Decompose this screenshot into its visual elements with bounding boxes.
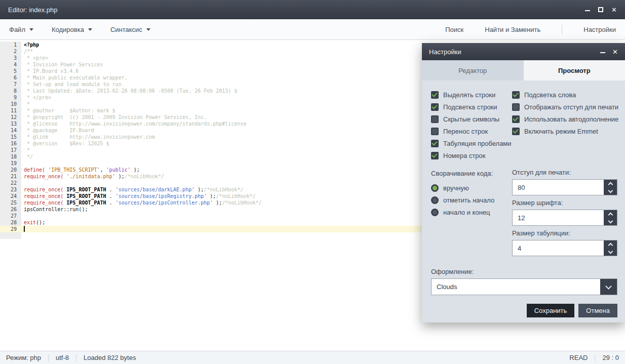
- spin-down-icon[interactable]: [604, 248, 617, 256]
- font-size-field: Размер шрифта: 12: [512, 199, 617, 226]
- line-number: 20: [0, 167, 21, 173]
- checkbox-item[interactable]: Подсветка строки: [431, 101, 512, 113]
- checkbox-column-left: Выделять строкиПодсветка строкиСкрытые с…: [431, 89, 512, 161]
- font-size-stepper: [604, 210, 617, 225]
- status-divider: [595, 354, 595, 361]
- print-margin-label: Отступ для печати:: [512, 169, 617, 177]
- tab-size-field: Размер табуляции: 4: [512, 229, 617, 256]
- checkbox-item[interactable]: Номера строк: [431, 149, 512, 161]
- dialog-close-icon[interactable]: ✕: [612, 49, 618, 55]
- checkbox-label: Табуляция пробелами: [443, 140, 512, 147]
- radio-option[interactable]: вручную: [431, 182, 494, 194]
- tab-size-input[interactable]: 4: [512, 240, 617, 256]
- chevron-down-icon: [88, 28, 92, 31]
- status-encoding: utf-8: [56, 354, 69, 361]
- menu-search[interactable]: Поиск: [445, 26, 463, 33]
- line-number: 25: [0, 199, 21, 206]
- radio-option[interactable]: начало и конец: [431, 206, 494, 218]
- print-margin-input[interactable]: 80: [512, 179, 617, 195]
- line-number: 1: [0, 42, 21, 48]
- line-number: 28: [0, 219, 21, 226]
- checkbox-column-right: Подсветка словаОтображать отступ для печ…: [512, 89, 618, 137]
- line-number: 7: [0, 81, 21, 88]
- line-number: 24: [0, 193, 21, 199]
- menubar-right: Поиск Найти и Заменить Настройки: [424, 25, 616, 34]
- cancel-button[interactable]: Отмена: [578, 304, 617, 317]
- radio-label: отметить начало: [443, 196, 494, 204]
- checkbox-unchecked-icon: [512, 103, 520, 111]
- checkbox-checked-icon: [512, 115, 520, 123]
- font-size-input[interactable]: 12: [512, 210, 617, 226]
- maximize-icon[interactable]: [598, 7, 603, 12]
- radio-unselected-icon: [431, 196, 439, 204]
- print-margin-value: 80: [513, 180, 604, 195]
- tab-size-value: 4: [513, 240, 604, 256]
- fold-group-label: Сворачивание кода:: [431, 170, 494, 178]
- line-number: 29: [0, 226, 21, 232]
- radio-selected-icon: [431, 184, 439, 192]
- menu-encoding-label: Кодировка: [52, 26, 84, 33]
- menu-syntax[interactable]: Синтаксис: [110, 26, 150, 33]
- print-margin-field: Отступ для печати: 80: [512, 169, 617, 195]
- spin-down-icon[interactable]: [604, 187, 617, 195]
- line-number: 8: [0, 88, 21, 94]
- save-button[interactable]: Сохранить: [527, 304, 575, 317]
- checkbox-item[interactable]: Включить режим Emmet: [512, 125, 618, 137]
- menu-file-label: Файл: [9, 26, 25, 33]
- checkbox-checked-icon: [512, 128, 520, 135]
- theme-select-value: Clouds: [432, 279, 600, 295]
- spin-down-icon[interactable]: [604, 218, 617, 225]
- radio-unselected-icon: [431, 209, 439, 216]
- dialog-tabs: Редактор Просмотр: [422, 60, 625, 80]
- menu-syntax-label: Синтаксис: [110, 26, 142, 33]
- checkbox-label: Выделять строки: [443, 91, 495, 99]
- line-number: 12: [0, 114, 21, 120]
- chevron-down-icon[interactable]: [600, 279, 617, 295]
- checkbox-item[interactable]: Табуляция пробелами: [431, 137, 512, 149]
- checkbox-label: Номера строк: [443, 152, 485, 159]
- code-folding-group: Сворачивание кода: вручнуюотметить начал…: [431, 170, 494, 218]
- line-number: 11: [0, 107, 21, 114]
- tab-view[interactable]: Просмотр: [524, 60, 625, 80]
- dialog-minimize-icon[interactable]: [600, 50, 605, 53]
- spin-up-icon[interactable]: [604, 240, 617, 248]
- spin-up-icon[interactable]: [604, 210, 617, 218]
- line-number: 3: [0, 55, 21, 61]
- menu-divider: [562, 25, 562, 34]
- tab-size-label: Размер табуляции:: [512, 229, 617, 237]
- checkbox-item[interactable]: Использовать автодополнение: [512, 113, 618, 125]
- checkbox-item[interactable]: Отображать отступ для печати: [512, 101, 618, 113]
- menu-find-replace[interactable]: Найти и Заменить: [485, 26, 540, 33]
- menu-file[interactable]: Файл: [9, 26, 33, 33]
- checkbox-item[interactable]: Подсветка слова: [512, 89, 618, 101]
- window-controls: ✕: [585, 7, 617, 13]
- radio-option[interactable]: отметить начало: [431, 194, 494, 206]
- checkbox-unchecked-icon: [431, 115, 439, 123]
- checkbox-checked-icon: [512, 91, 520, 99]
- status-caret-position: 29 : 0: [602, 354, 619, 361]
- checkbox-checked-icon: [431, 152, 439, 159]
- dialog-buttons: Сохранить Отмена: [527, 304, 617, 317]
- close-icon[interactable]: ✕: [611, 7, 617, 13]
- minimize-icon[interactable]: [585, 8, 590, 11]
- line-number: 16: [0, 140, 21, 147]
- checkbox-item[interactable]: Перенос строк: [431, 125, 512, 137]
- text-cursor: [24, 226, 25, 232]
- line-number: 14: [0, 127, 21, 134]
- dialog-title: Настройки: [429, 48, 461, 56]
- tab-editor[interactable]: Редактор: [422, 60, 524, 80]
- theme-field: Оформление: Clouds: [431, 268, 617, 295]
- checkbox-item[interactable]: Выделять строки: [431, 89, 512, 101]
- status-read-mode: READ: [569, 354, 588, 361]
- status-mode: Режим: php: [6, 354, 41, 361]
- menu-settings[interactable]: Настройки: [583, 26, 616, 33]
- window-title: Editor: index.php: [8, 6, 58, 14]
- theme-select[interactable]: Clouds: [431, 278, 617, 295]
- line-number: 19: [0, 160, 21, 167]
- dialog-titlebar: Настройки ✕: [422, 43, 625, 60]
- spin-up-icon[interactable]: [604, 180, 617, 187]
- dialog-body: Выделять строкиПодсветка строкиСкрытые с…: [422, 80, 625, 322]
- checkbox-item[interactable]: Скрытые символы: [431, 113, 512, 125]
- menu-encoding[interactable]: Кодировка: [52, 26, 92, 33]
- line-number: 2: [0, 48, 21, 55]
